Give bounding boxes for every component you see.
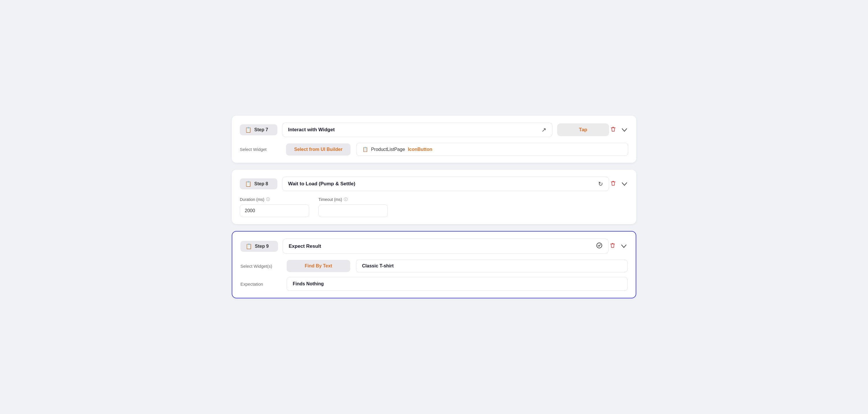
step-9-card: 📋 Step 9 Expect Result [232,231,636,298]
step-8-collapse-button[interactable] [621,180,628,188]
expectation-value-box: Finds Nothing [287,277,628,291]
step-8-badge: 📋 Step 8 [240,178,277,189]
step-9-delete-button[interactable] [609,241,617,251]
step-7-delete-button[interactable] [609,125,617,135]
step-9-widget-row: Select Widget(s) Find By Text Classic T-… [240,260,628,272]
step-9-header: 📋 Step 9 Expect Result [240,238,609,254]
step-7-card: 📋 Step 7 Interact with Widget ↗ Tap [232,116,636,163]
step-9-badge: 📋 Step 9 [240,241,278,252]
find-by-text-button[interactable]: Find By Text [287,260,350,272]
step-8-card: 📋 Step 8 Wait to Load (Pump & Settle) ↻ [232,170,636,224]
reload-icon: ↻ [598,180,603,187]
step-9-controls [609,241,628,251]
step-9-header-row: 📋 Step 9 Expect Result [240,238,628,254]
duration-info-icon[interactable]: ⓘ [266,197,270,202]
step-badge-icon: 📋 [245,127,251,133]
step-7-badge: 📋 Step 7 [240,124,277,135]
step-7-header: 📋 Step 7 Interact with Widget ↗ Tap [240,123,609,137]
cursor-icon: ↗ [541,126,547,133]
duration-label: Duration (ms) ⓘ [240,197,309,202]
step-8-label: Step 8 [254,181,268,186]
step-8-title: Wait to Load (Pump & Settle) [288,181,595,187]
step-8-fields-row: Duration (ms) ⓘ Timeout (ms) ⓘ [240,197,628,217]
svg-point-0 [597,243,602,248]
step-7-label: Step 7 [254,127,268,132]
step-9-expectation-row: Expectation Finds Nothing [240,277,628,291]
expectation-label: Expectation [240,282,281,287]
widget-page-name: ProductListPage [371,147,405,152]
step-9-label: Step 9 [255,244,269,249]
step-8-title-area: Wait to Load (Pump & Settle) ↻ [282,177,609,191]
timeout-info-icon[interactable]: ⓘ [344,197,348,202]
duration-field-group: Duration (ms) ⓘ [240,197,309,217]
expectation-value: Finds Nothing [293,281,324,286]
step-7-title: Interact with Widget [288,127,538,133]
find-text-value: Classic T-shirt [362,263,394,268]
widget-ref-icon: 📋 [362,147,368,152]
tap-button[interactable]: Tap [557,123,609,136]
step-7-controls [609,125,628,135]
step-7-header-row: 📋 Step 7 Interact with Widget ↗ Tap [240,123,628,137]
select-from-ui-builder-button[interactable]: Select from UI Builder [286,143,350,155]
step-9-collapse-button[interactable] [620,242,628,250]
duration-input[interactable] [240,204,309,217]
step-7-title-area: Interact with Widget ↗ [282,123,553,137]
step-8-header-row: 📋 Step 8 Wait to Load (Pump & Settle) ↻ [240,177,628,191]
find-text-value-box: Classic T-shirt [356,260,628,272]
timeout-field-group: Timeout (ms) ⓘ [318,197,388,217]
select-widgets-label: Select Widget(s) [240,264,281,269]
step-9-badge-icon: 📋 [246,243,252,249]
step-8-controls [609,179,628,189]
select-widget-label: Select Widget [240,147,280,152]
step-8-header: 📋 Step 8 Wait to Load (Pump & Settle) ↻ [240,177,609,191]
widget-component-name: IconButton [408,147,432,152]
step-8-delete-button[interactable] [609,179,617,189]
timeout-label: Timeout (ms) ⓘ [318,197,388,202]
step-9-title-area: Expect Result [283,238,609,254]
step-7-widget-row: Select Widget Select from UI Builder 📋 P… [240,143,628,156]
step-8-badge-icon: 📋 [245,181,251,187]
timeout-input[interactable] [318,204,388,217]
step-7-collapse-button[interactable] [621,125,628,135]
check-circle-icon [596,242,602,250]
step-9-title: Expect Result [289,243,593,249]
widget-reference-box: 📋 ProductListPage IconButton [356,143,628,156]
steps-container: 📋 Step 7 Interact with Widget ↗ Tap [232,116,636,298]
